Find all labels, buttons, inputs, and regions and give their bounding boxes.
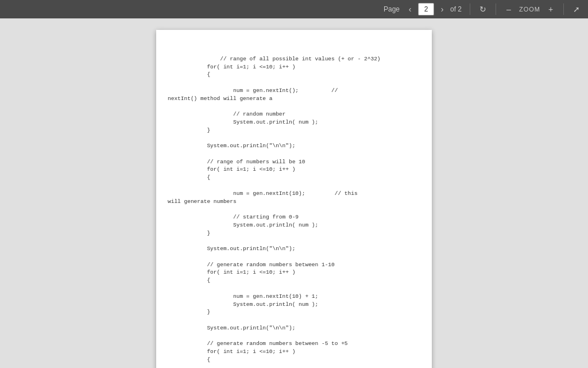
refresh-button[interactable]: ↻ bbox=[476, 2, 490, 16]
refresh-group: ↻ bbox=[476, 2, 490, 16]
separator-3 bbox=[563, 3, 564, 15]
separator-2 bbox=[496, 3, 496, 15]
page-navigation: Page ‹ › of 2 bbox=[384, 2, 464, 16]
zoom-controls: – ZOOM + bbox=[502, 2, 558, 16]
page-number-input[interactable] bbox=[418, 3, 434, 16]
pdf-page: // range of all possible int values (+ o… bbox=[156, 30, 432, 368]
next-page-button[interactable]: › bbox=[435, 2, 449, 16]
page-label: Page bbox=[384, 5, 400, 13]
code-text: // range of all possible int values (+ o… bbox=[168, 56, 381, 368]
expand-group: ➚ bbox=[570, 2, 583, 16]
zoom-in-button[interactable]: + bbox=[544, 2, 558, 16]
separator-1 bbox=[470, 3, 470, 15]
zoom-label: ZOOM bbox=[519, 6, 540, 13]
pdf-viewer-content: // range of all possible int values (+ o… bbox=[0, 18, 588, 368]
total-pages-label: of 2 bbox=[450, 5, 462, 13]
toolbar: Page ‹ › of 2 ↻ – ZOOM + ➚ bbox=[0, 0, 588, 18]
zoom-out-button[interactable]: – bbox=[502, 2, 516, 16]
prev-page-button[interactable]: ‹ bbox=[403, 2, 417, 16]
expand-button[interactable]: ➚ bbox=[570, 2, 583, 16]
